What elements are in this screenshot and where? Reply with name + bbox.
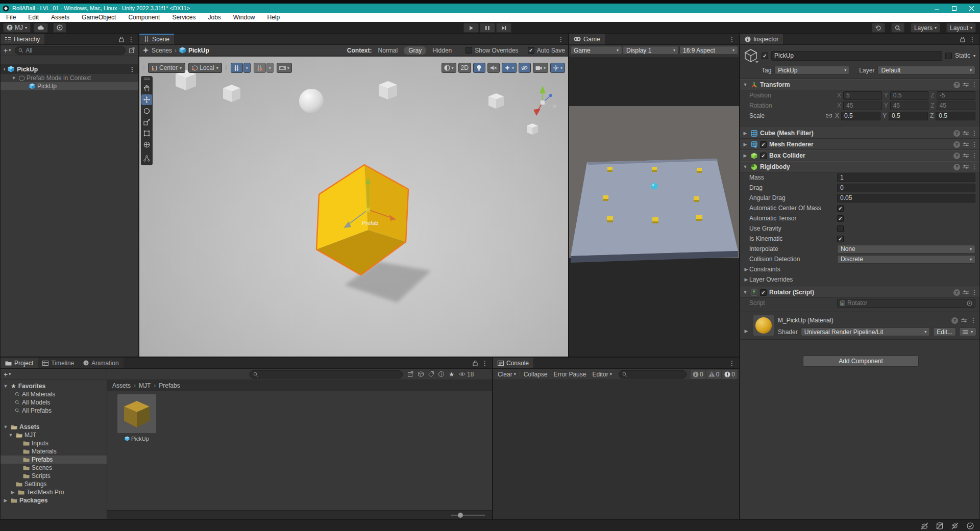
position-y-field[interactable]: 0.5	[890, 91, 929, 100]
tab-inspector[interactable]: Inspector	[740, 34, 783, 44]
favorites-item[interactable]: ▼★Favorites	[1, 382, 107, 390]
foldout-icon[interactable]: ▶	[742, 153, 748, 158]
material-preview[interactable]	[753, 315, 774, 336]
game-display-target-dropdown[interactable]: Game▾	[570, 46, 622, 55]
gameobject-cube-icon[interactable]	[743, 48, 758, 63]
foldout-icon[interactable]: ▶	[743, 328, 749, 334]
show-overrides-checkbox[interactable]	[465, 47, 472, 54]
hierarchy-search-input[interactable]: All	[15, 46, 126, 55]
tab-console[interactable]: Console	[493, 358, 533, 368]
mesh-renderer-header[interactable]: ▶ Mesh Renderer ? ⋮	[740, 139, 979, 150]
hand-tool[interactable]	[141, 83, 152, 94]
presets-icon[interactable]	[961, 318, 967, 323]
menu-component[interactable]: Component	[122, 13, 166, 22]
menu-jobs[interactable]: Jobs	[202, 13, 227, 22]
tab-project[interactable]: Project	[1, 358, 38, 368]
static-dropdown-arrow[interactable]: ▾	[973, 54, 975, 58]
kebab-menu-icon[interactable]: ⋮	[128, 36, 134, 43]
console-editor-dropdown[interactable]: Editor▾	[590, 371, 614, 378]
foldout-icon[interactable]: ▼	[742, 164, 748, 169]
prefab-context-row[interactable]: ▼ Prefab Mode in Context	[1, 74, 138, 82]
context-option-hidden[interactable]: Hidden	[429, 47, 455, 54]
menu-window[interactable]: Window	[227, 13, 261, 22]
pivot-mode-dropdown[interactable]: Center▾	[148, 63, 185, 73]
console-info-toggle[interactable]: 0	[691, 370, 705, 379]
rotation-y-field[interactable]: 45	[890, 102, 929, 110]
favorite-star-icon[interactable]: ★	[449, 371, 454, 378]
scale-x-field[interactable]: 0.5	[841, 112, 880, 120]
scale-y-field[interactable]: 0.5	[889, 112, 928, 120]
kebab-menu-icon[interactable]: ⋮	[129, 66, 135, 73]
transform-header[interactable]: ▼ Transform ? ⋮	[740, 79, 979, 90]
tree-packages[interactable]: ▶Packages	[1, 496, 107, 504]
asset-item-pickup[interactable]: PickUp	[117, 394, 156, 442]
tree-prefabs[interactable]: Prefabs	[1, 456, 107, 464]
script-object-field[interactable]: # Rotator	[837, 299, 975, 308]
menu-edit[interactable]: Edit	[22, 13, 45, 22]
presets-icon[interactable]	[963, 142, 969, 147]
kebab-menu-icon[interactable]: ⋮	[558, 36, 564, 43]
collision-detection-dropdown[interactable]: Discrete▾	[837, 255, 975, 264]
info-icon[interactable]	[438, 371, 444, 377]
mass-field[interactable]: 1	[837, 173, 975, 182]
cloud-button[interactable]	[34, 23, 48, 33]
kebab-menu-icon[interactable]: ⋮	[971, 81, 977, 88]
foldout-icon[interactable]: ▼	[742, 290, 748, 295]
menu-services[interactable]: Services	[166, 13, 202, 22]
breadcrumb-prefabs[interactable]: Prefabs	[159, 382, 180, 389]
auto-tensor-checkbox[interactable]	[837, 215, 844, 222]
position-x-field[interactable]: 5	[843, 91, 882, 100]
auto-com-checkbox[interactable]	[837, 205, 844, 212]
favorite-all-prefabs[interactable]: All Prefabs	[1, 407, 107, 415]
hierarchy-item-pickup[interactable]: PickUp	[1, 82, 138, 90]
rigidbody-header[interactable]: ▼ Rigidbody ? ⋮	[740, 161, 979, 172]
tab-scene[interactable]: Scene	[139, 34, 174, 44]
foldout-icon[interactable]: ▶	[742, 131, 748, 136]
breadcrumb-assets[interactable]: Assets	[112, 382, 131, 389]
tree-materials[interactable]: Materials	[1, 447, 107, 456]
tree-mjt[interactable]: ▼MJT	[1, 431, 107, 439]
step-button[interactable]	[496, 23, 511, 33]
mode-2d-button[interactable]: 2D	[458, 63, 471, 73]
kebab-menu-icon[interactable]: ⋮	[971, 141, 977, 148]
package-icon[interactable]	[418, 371, 424, 377]
tab-game[interactable]: Game	[569, 34, 605, 44]
help-icon[interactable]: ?	[953, 164, 960, 170]
auto-refresh-disabled-icon[interactable]	[949, 522, 961, 530]
project-add-button[interactable]: +▾	[4, 370, 11, 378]
rotation-z-field[interactable]: 45	[937, 102, 975, 110]
console-error-toggle[interactable]: 0	[722, 370, 737, 379]
tree-assets[interactable]: ▼Assets	[1, 423, 107, 431]
search-button[interactable]	[891, 23, 904, 33]
scene-viewport[interactable]: Prefab ‖ Center▾	[139, 57, 568, 357]
shader-dropdown[interactable]: Universal Render Pipeline/Lit▾	[801, 327, 930, 336]
presets-icon[interactable]	[963, 82, 969, 87]
transform-tool[interactable]	[141, 139, 152, 150]
component-enabled-checkbox[interactable]	[760, 141, 767, 148]
tab-animation[interactable]: Animation	[79, 358, 123, 368]
help-icon[interactable]: ?	[953, 141, 960, 148]
menu-help[interactable]: Help	[261, 13, 286, 22]
rect-tool[interactable]	[141, 128, 152, 139]
cache-server-disabled-icon[interactable]	[934, 522, 945, 530]
kebab-menu-icon[interactable]: ⋮	[971, 152, 977, 159]
pause-button[interactable]	[480, 23, 495, 33]
presets-icon[interactable]	[963, 153, 969, 158]
auto-save-checkbox[interactable]	[528, 47, 534, 54]
box-collider-header[interactable]: ▶ Box Collider ? ⋮	[740, 150, 979, 161]
console-log-area[interactable]	[493, 380, 739, 519]
account-button[interactable]: MJ▾	[3, 23, 31, 33]
minimize-button[interactable]	[928, 4, 945, 13]
presets-icon[interactable]	[963, 131, 969, 136]
favorite-all-models[interactable]: All Models	[1, 398, 107, 407]
position-z-field[interactable]: -5	[937, 91, 975, 100]
camera-dropdown[interactable]: ▾	[533, 63, 548, 73]
constraints-foldout[interactable]: ▶Constraints	[740, 264, 979, 274]
tree-settings[interactable]: Settings	[1, 480, 107, 488]
label-icon[interactable]	[428, 371, 434, 377]
popout-icon[interactable]	[129, 47, 135, 53]
tree-textmesh-pro[interactable]: ▶TextMesh Pro	[1, 488, 107, 496]
game-viewport[interactable]	[569, 57, 739, 357]
menu-file[interactable]: File	[0, 13, 22, 22]
angular-drag-field[interactable]: 0.05	[837, 194, 975, 203]
